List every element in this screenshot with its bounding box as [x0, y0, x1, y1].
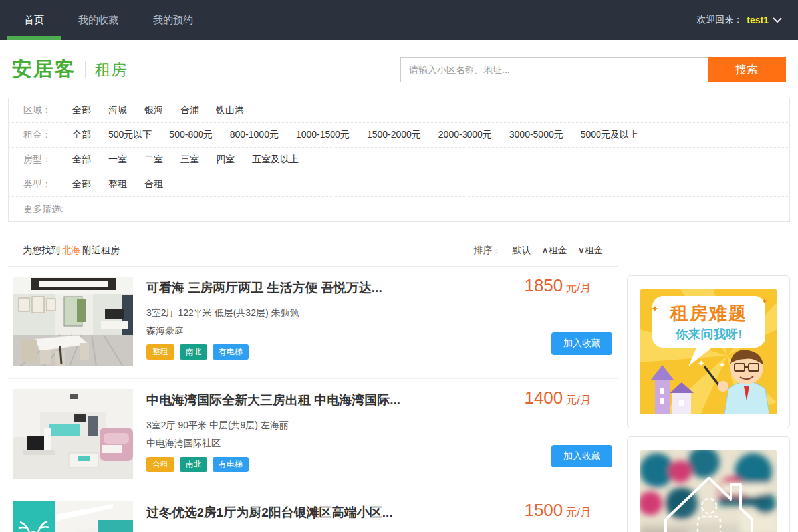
main-content: 为您找到北海附近租房 排序：默认∧租金∨租金 可: [0, 237, 798, 532]
ad1-line1: 租房难题: [670, 303, 747, 323]
sort-label: 排序：: [474, 245, 502, 255]
top-navbar: 首页我的收藏我的预约 欢迎回来： test1: [0, 0, 798, 40]
sort-bar: 排序：默认∧租金∨租金: [474, 245, 604, 257]
price-unit: 元/月: [565, 394, 591, 406]
add-favorite-button[interactable]: 加入收藏: [551, 445, 612, 467]
logo-divider: [85, 61, 86, 78]
filter-option[interactable]: 全部: [72, 104, 91, 116]
filter-options: 全部一室二室三室四室五室及以上: [72, 154, 316, 166]
svg-text:✦: ✦: [719, 360, 726, 370]
filter-options: 全部整租合租: [72, 178, 180, 190]
filter-options: 全部500元以下500-800元800-1000元1000-1500元1500-…: [72, 129, 656, 141]
results-header: 为您找到北海附近租房 排序：默认∧租金∨租金: [8, 237, 618, 267]
filter-option[interactable]: 二室: [144, 154, 163, 166]
chevron-down-icon: [773, 17, 782, 23]
filter-options: 全部海城银海合浦铁山港: [72, 104, 261, 116]
found-suffix: 附近租房: [82, 245, 120, 255]
price-value: 1850: [524, 275, 563, 295]
filter-option[interactable]: 1000-1500元: [296, 129, 350, 141]
filter-option[interactable]: 全部: [72, 178, 91, 190]
listings-column: 为您找到北海附近租房 排序：默认∧租金∨租金 可: [8, 237, 618, 532]
found-city: 北海: [62, 245, 80, 255]
sort-option-2[interactable]: ∨租金: [578, 245, 603, 255]
listing-list: 可看海 三房两厅两卫 生活方便 吾悦万达...1850元/月3室2厅 122平米…: [8, 267, 618, 532]
nav-tab-0[interactable]: 首页: [16, 0, 52, 40]
filter-option[interactable]: 整租: [108, 178, 127, 190]
price-unit: 元/月: [565, 506, 591, 519]
nav-tab-1[interactable]: 我的收藏: [70, 0, 126, 40]
found-prefix: 为您找到: [23, 245, 60, 255]
sidebar-ads: 租房难题 你来问我呀! ✦ ✦ ✦ ✦: [627, 237, 790, 532]
svg-text:✦: ✦: [698, 358, 705, 368]
filter-option[interactable]: 全部: [72, 129, 91, 141]
filter-row-3: 类型：全部整租合租: [9, 172, 789, 197]
ad-card-rental-help[interactable]: 租房难题 你来问我呀! ✦ ✦ ✦ ✦: [627, 275, 790, 428]
search-bar: 搜索: [400, 57, 786, 82]
search-button[interactable]: 搜索: [708, 57, 786, 82]
filter-option[interactable]: 2000-3000元: [438, 129, 492, 141]
filter-row-4: 更多筛选:: [9, 197, 789, 221]
filter-label: 房型：: [23, 154, 72, 166]
filter-option[interactable]: 全部: [72, 154, 91, 166]
ad-image-rental-help: 租房难题 你来问我呀! ✦ ✦ ✦ ✦: [640, 289, 777, 414]
results-summary: 为您找到北海附近租房: [23, 245, 120, 257]
sort-option-0[interactable]: 默认: [513, 245, 531, 255]
user-menu[interactable]: 欢迎回来： test1: [696, 0, 782, 40]
filter-option[interactable]: 500-800元: [169, 129, 212, 141]
listing-body: 中电海湾国际全新大三房出租 中电海湾国际...1400元/月3室2厅 90平米 …: [146, 389, 612, 479]
listing-tags: 整租南北有电梯: [146, 344, 612, 360]
listing-item: 过冬优选2房1厅为厨2阳台银滩区高端小区...1500元/月: [8, 491, 618, 532]
filter-label: 更多筛选:: [23, 203, 72, 215]
add-favorite-button[interactable]: 加入收藏: [551, 332, 612, 355]
tag-2: 有电梯: [213, 344, 249, 360]
filter-option[interactable]: 合租: [144, 178, 163, 190]
ad-image-house-search: [640, 450, 777, 532]
price-value: 1400: [524, 388, 563, 408]
filter-option[interactable]: 1500-2000元: [367, 129, 421, 141]
filter-option[interactable]: 一室: [108, 154, 127, 166]
listing-item: 可看海 三房两厅两卫 生活方便 吾悦万达...1850元/月3室2厅 122平米…: [8, 267, 618, 379]
filter-option[interactable]: 三室: [180, 154, 199, 166]
search-input[interactable]: [400, 57, 708, 82]
nav-tab-2[interactable]: 我的预约: [145, 0, 201, 40]
listing-price: 1850元/月: [524, 275, 591, 296]
filter-row-1: 租金：全部500元以下500-800元800-1000元1000-1500元15…: [9, 123, 789, 148]
nav-tabs: 首页我的收藏我的预约: [16, 0, 219, 40]
listing-tags: 合租南北有电梯: [146, 457, 612, 472]
price-unit: 元/月: [565, 281, 591, 294]
ad1-line2: 你来问我呀!: [674, 327, 742, 341]
page-header: 安居客 租房 搜索: [0, 40, 798, 98]
filter-option[interactable]: 3000-5000元: [509, 129, 563, 141]
anjuke-logo[interactable]: 安居客: [12, 56, 76, 83]
tag-1: 南北: [180, 344, 207, 360]
ad-card-house-search[interactable]: [627, 436, 790, 532]
listing-details: 3室2厅 122平米 低层(共32层) 朱勉勉: [146, 307, 612, 319]
svg-text:✦: ✦: [651, 303, 659, 314]
listing-community: 中电海湾国际社区: [146, 438, 612, 450]
welcome-label: 欢迎回来：: [696, 14, 743, 26]
tag-1: 南北: [180, 457, 207, 472]
filter-row-2: 房型：全部一室二室三室四室五室及以上: [9, 148, 789, 172]
filter-option[interactable]: 500元以下: [108, 129, 152, 141]
filter-option[interactable]: 海城: [108, 104, 127, 116]
filter-row-0: 区域：全部海城银海合浦铁山港: [9, 98, 789, 123]
listing-body: 过冬优选2房1厅为厨2阳台银滩区高端小区...1500元/月: [146, 501, 612, 532]
listing-price: 1400元/月: [524, 388, 591, 408]
filter-option[interactable]: 铁山港: [216, 104, 244, 116]
filter-option[interactable]: 合浦: [180, 104, 199, 116]
listing-photo[interactable]: [13, 389, 133, 479]
filter-option[interactable]: 800-1000元: [230, 129, 279, 141]
listing-body: 可看海 三房两厅两卫 生活方便 吾悦万达...1850元/月3室2厅 122平米…: [146, 277, 612, 366]
filter-option[interactable]: 5000元及以上: [581, 129, 638, 141]
tag-0: 整租: [146, 344, 174, 360]
listing-photo[interactable]: [13, 277, 133, 366]
filter-option[interactable]: 五室及以上: [252, 154, 299, 166]
filter-option[interactable]: 银海: [144, 104, 163, 116]
username: test1: [747, 15, 769, 25]
svg-text:✦: ✦: [761, 297, 768, 306]
filter-label: 租金：: [23, 129, 72, 141]
filter-label: 类型：: [23, 178, 72, 190]
filter-option[interactable]: 四室: [216, 154, 235, 166]
sort-option-1[interactable]: ∧租金: [542, 245, 567, 255]
listing-photo[interactable]: [13, 501, 133, 532]
